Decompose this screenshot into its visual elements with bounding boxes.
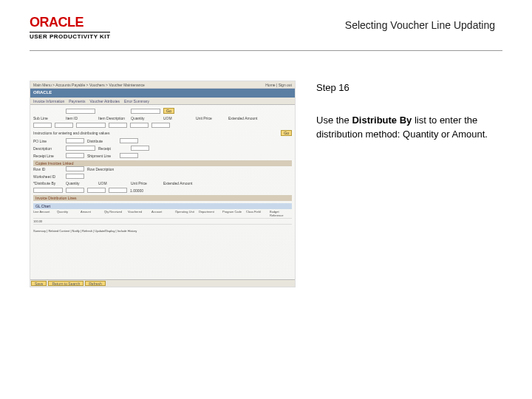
ss-cell	[222, 219, 245, 223]
instr-before: Use the	[316, 115, 352, 126]
ss-brand: ORACLE	[30, 89, 295, 98]
ss-col: Class Field	[246, 210, 268, 217]
ss-note: Instructions for entering and distributi…	[33, 131, 278, 135]
ss-label: Distribute	[87, 139, 117, 143]
ss-label: PO Line	[33, 139, 63, 143]
ss-refresh-button[interactable]: Refresh	[85, 281, 106, 286]
ss-cell: 100.00	[33, 219, 55, 223]
ss-cell	[81, 219, 103, 223]
ss-col: Budget Reference	[270, 210, 292, 217]
ss-return-button[interactable]: Return to Search	[48, 281, 83, 286]
ss-cell	[128, 219, 150, 223]
ss-tab-strip: Invoice Information Payments Voucher Att…	[30, 98, 295, 105]
ss-section-header: Copies Invoices Linked	[33, 160, 292, 166]
ss-col: Vouchered	[128, 210, 150, 217]
ss-col: Quantity	[57, 210, 79, 217]
ss-top-links: Home | Sign out	[265, 83, 292, 86]
brand-logo: ORACLE USER PRODUCTIVITY KIT	[30, 15, 110, 40]
embedded-screenshot: Main Menu > Accounts Payable > Vouchers …	[30, 81, 296, 287]
ss-distribute-by-dropdown[interactable]	[33, 188, 63, 193]
ss-label: UOM	[98, 181, 128, 185]
ss-go-button[interactable]: Go	[281, 130, 292, 136]
ss-input[interactable]	[76, 123, 106, 128]
ss-cell	[151, 219, 174, 223]
ss-input[interactable]	[66, 109, 95, 114]
ss-cell	[270, 219, 292, 223]
ss-cell	[104, 219, 126, 223]
ss-section-header: Invoice Distribution Lines	[33, 195, 292, 201]
ss-input[interactable]	[55, 123, 73, 128]
step-label: Step 16	[316, 81, 502, 95]
ss-label: Worksheet ID	[33, 174, 63, 179]
ss-value: 1.00000	[130, 188, 160, 193]
ss-input[interactable]	[109, 188, 127, 193]
ss-input[interactable]	[66, 174, 84, 179]
ss-input[interactable]	[66, 146, 95, 151]
page-title: Selecting Voucher Line Updating	[345, 19, 495, 31]
instruction-text: Use the Distribute By list to enter the …	[316, 113, 502, 142]
ss-label: Sub Line	[33, 116, 63, 120]
ss-label: Description	[33, 146, 63, 151]
ss-label: Extended Amount	[163, 181, 193, 185]
ss-col: Line Amount	[33, 210, 55, 217]
instruction-panel: Step 16 Use the Distribute By list to en…	[316, 81, 502, 287]
ss-footer: Save Return to Search Refresh	[30, 279, 295, 287]
ss-breadcrumb: Main Menu > Accounts Payable > Vouchers …	[33, 83, 145, 86]
ss-label: Unit Price	[196, 116, 225, 120]
ss-label-distribute-by: *Distribute By	[33, 181, 63, 185]
ss-input[interactable]	[33, 123, 52, 128]
ss-col: Department	[199, 210, 221, 217]
ss-cell	[175, 219, 197, 223]
upk-subbrand: USER PRODUCTIVITY KIT	[30, 32, 110, 40]
ss-label: Quantity	[66, 181, 95, 185]
ss-breadcrumb-bar: Main Menu > Accounts Payable > Vouchers …	[30, 81, 295, 89]
ss-input[interactable]	[151, 123, 170, 128]
ss-label: Unit Price	[131, 181, 160, 185]
ss-label: Shipment Line	[87, 154, 117, 158]
ss-label: Receipt Line	[33, 154, 63, 158]
ss-input[interactable]	[131, 146, 149, 151]
ss-save-button[interactable]: Save	[31, 281, 47, 286]
ss-col: Operating Unit	[175, 210, 197, 217]
ss-col: Account	[151, 210, 174, 217]
ss-section-title: Copies Invoices Linked	[35, 161, 73, 166]
ss-input[interactable]	[120, 138, 138, 143]
ss-tab[interactable]: Invoice Information	[33, 99, 64, 103]
ss-input[interactable]	[66, 166, 84, 171]
ss-input[interactable]	[66, 188, 84, 193]
ss-input[interactable]	[131, 109, 160, 114]
ss-section-title: Invoice Distribution Lines	[35, 196, 77, 200]
ss-label	[98, 109, 128, 113]
ss-label: Extended Amount	[228, 116, 258, 120]
ss-input[interactable]	[120, 153, 138, 158]
ss-cell	[199, 219, 221, 223]
ss-col: Amount	[81, 210, 103, 217]
ss-input[interactable]	[109, 123, 127, 128]
ss-col: Program Code	[222, 210, 245, 217]
ss-grid-header: Line Amount Quantity Amount Qty Received…	[33, 209, 292, 219]
ss-bottom-links: Summary | Related Content | Notify | Ref…	[33, 229, 292, 233]
ss-tab[interactable]: Error Summary	[124, 99, 149, 103]
ss-label: Row ID	[33, 167, 63, 171]
ss-label: Receipt	[98, 146, 128, 151]
ss-input[interactable]	[130, 123, 149, 128]
ss-label: Item Description	[98, 116, 128, 120]
ss-go-button[interactable]: Go	[163, 108, 174, 114]
ss-cell	[246, 219, 268, 223]
ss-label: Item ID	[66, 116, 95, 120]
ss-label: UOM	[163, 116, 193, 120]
ss-col: Qty Received	[104, 210, 126, 217]
ss-input[interactable]	[66, 138, 84, 143]
ss-tab[interactable]: Voucher Attributes	[89, 99, 120, 103]
ss-grid-row: 100.00	[33, 219, 292, 225]
ss-input[interactable]	[66, 153, 84, 158]
ss-subtab[interactable]: GL Chart	[35, 204, 50, 208]
ss-subtab-bar: GL Chart	[33, 203, 292, 209]
ss-input[interactable]	[87, 188, 106, 193]
oracle-wordmark: ORACLE	[30, 15, 110, 30]
instr-bold: Distribute By	[352, 115, 412, 126]
ss-label: Quantity	[131, 116, 160, 120]
ss-label: Row Description	[87, 167, 117, 171]
ss-tab[interactable]: Payments	[69, 99, 85, 103]
ss-cell	[57, 219, 79, 223]
